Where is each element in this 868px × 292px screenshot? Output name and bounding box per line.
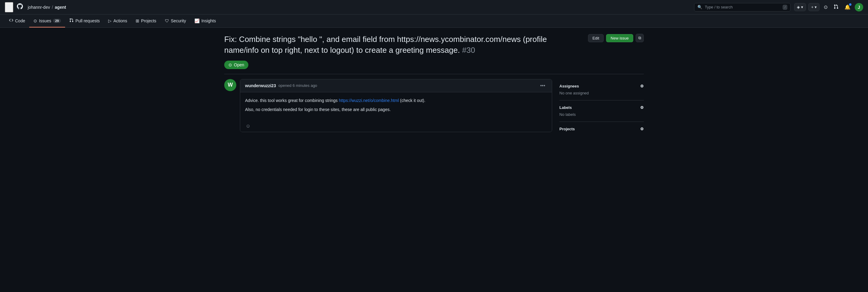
comment-footer: ☺ [240,120,552,132]
comment-row: W wunderwuzzi23 opened 6 minutes ago ••• [224,79,552,132]
plus-icon: + [811,5,813,9]
pull-requests-icon [834,4,838,10]
comment-text-1: Advice. this tool works great for combin… [245,98,339,103]
issue-sidebar: Assignees ⚙ No one assigned Labels ⚙ No … [559,79,644,139]
security-icon: 🛡 [165,19,169,23]
notifications-button[interactable]: 🔔 [843,2,852,12]
search-box[interactable]: 🔍 Type / to search / [694,3,790,11]
nav-actions: ◈ ▾ + ▾ ⊙ 🔔 J [794,2,863,12]
comment-body: Advice. this tool works great for combin… [240,92,552,120]
nav-item-insights-label: Insights [201,19,216,23]
nav-item-actions[interactable]: ▷ Actions [104,15,131,27]
hamburger-button[interactable]: ☰ [5,2,13,12]
comment-author: wunderwuzzi23 [245,83,276,88]
comment-card: wunderwuzzi23 opened 6 minutes ago ••• A… [240,79,552,132]
sidebar-assignees-title[interactable]: Assignees ⚙ [559,84,644,88]
status-open-icon: ⊙ [228,62,232,67]
nav-item-pull-requests-label: Pull requests [75,19,100,23]
issues-icon: ⊙ [824,4,828,10]
status-badge: ⊙ Open [224,61,248,69]
search-shortcut-badge: / [783,5,787,10]
issue-status: ⊙ Open [224,61,644,69]
github-logo [17,3,23,11]
edit-button[interactable]: Edit [588,34,604,42]
nav-item-pull-requests[interactable]: Pull requests [65,14,104,27]
sidebar-labels-title[interactable]: Labels ⚙ [559,105,644,110]
copy-button[interactable]: ⧉ [636,34,644,42]
nav-item-code[interactable]: Code [5,14,29,27]
breadcrumb-separator: / [52,5,53,10]
nav-item-projects-label: Projects [141,19,156,23]
issue-title: Fix: Combine strings "hello ", and email… [224,34,583,56]
nav-item-security-label: Security [171,19,186,23]
breadcrumb: johannr-dev / agent [28,5,66,10]
issue-body-layout: W wunderwuzzi23 opened 6 minutes ago ••• [224,79,644,139]
comment-more-button[interactable]: ••• [538,82,547,89]
repo-link[interactable]: agent [55,5,66,10]
comment-paragraph-2: Also, no credentials needed for login to… [245,106,547,113]
copilot-button[interactable]: ◈ ▾ [794,3,806,11]
issue-header-actions: Edit New issue ⧉ [588,34,644,42]
divider [224,74,644,74]
top-nav: ☰ johannr-dev / agent 🔍 Type / to search… [0,0,868,14]
nav-item-insights[interactable]: 📈 Insights [190,15,220,27]
assignees-gear-icon: ⚙ [640,84,644,88]
main-content: Fix: Combine strings "hello ", and email… [217,28,651,145]
insights-icon: 📈 [194,19,199,23]
emoji-button[interactable]: ☺ [245,123,251,129]
nav-item-issues-label: Issues [39,19,51,23]
notification-indicator [849,3,851,6]
copilot-chevron: ▾ [801,5,803,9]
pull-requests-nav-button[interactable] [832,2,840,12]
projects-icon: ⊞ [135,19,139,23]
search-placeholder: Type / to search [705,5,780,9]
labels-value: No labels [559,112,644,117]
assignees-label: Assignees [559,84,579,88]
issue-header: Fix: Combine strings "hello ", and email… [224,34,644,56]
search-icon: 🔍 [698,5,702,9]
nav-item-code-label: Code [15,19,25,23]
issues-badge: 29 [53,19,61,23]
assignees-value: No one assigned [559,91,644,95]
issue-number: #30 [462,46,475,55]
actions-icon: ▷ [108,19,112,23]
comment-header-left: wunderwuzzi23 opened 6 minutes ago [245,83,317,88]
comment-meta: opened 6 minutes ago [278,83,317,88]
nav-item-projects[interactable]: ⊞ Projects [131,15,161,27]
nav-item-security[interactable]: 🛡 Security [161,15,190,27]
create-chevron: ▾ [815,5,817,9]
issue-thread: W wunderwuzzi23 opened 6 minutes ago ••• [224,79,552,132]
new-issue-button[interactable]: New issue [606,34,633,42]
avatar[interactable]: J [855,3,863,11]
labels-gear-icon: ⚙ [640,105,644,110]
sidebar-projects-title[interactable]: Projects ⚙ [559,127,644,131]
pull-requests-icon [69,18,73,23]
issues-nav-button[interactable]: ⊙ [822,2,830,12]
copilot-icon: ◈ [797,5,800,9]
issues-icon: ⊙ [33,19,37,23]
comment-header: wunderwuzzi23 opened 6 minutes ago ••• [240,79,552,92]
projects-label: Projects [559,127,575,131]
search-container: 🔍 Type / to search / [694,3,790,11]
comment-link[interactable]: https://wuzzi.net/o/combine.html [339,98,399,103]
comment-text-1-end: (check it out). [399,98,425,103]
labels-label: Labels [559,105,572,110]
nav-item-actions-label: Actions [113,19,127,23]
sidebar-labels-section: Labels ⚙ No labels [559,100,644,122]
status-label: Open [234,62,244,67]
sidebar-assignees-section: Assignees ⚙ No one assigned [559,79,644,100]
sidebar-projects-section: Projects ⚙ [559,122,644,139]
create-button[interactable]: + ▾ [808,3,819,11]
comment-paragraph-1: Advice. this tool works great for combin… [245,97,547,104]
issue-title-text: Fix: Combine strings "hello ", and email… [224,35,547,55]
nav-item-issues[interactable]: ⊙ Issues 29 [29,15,65,27]
code-icon [9,18,13,23]
projects-gear-icon: ⚙ [640,127,644,131]
owner-link[interactable]: johannr-dev [28,5,50,10]
issue-title-area: Fix: Combine strings "hello ", and email… [224,34,583,56]
repo-nav: Code ⊙ Issues 29 Pull requests ▷ Actions… [0,14,868,28]
commenter-avatar: W [224,79,236,91]
